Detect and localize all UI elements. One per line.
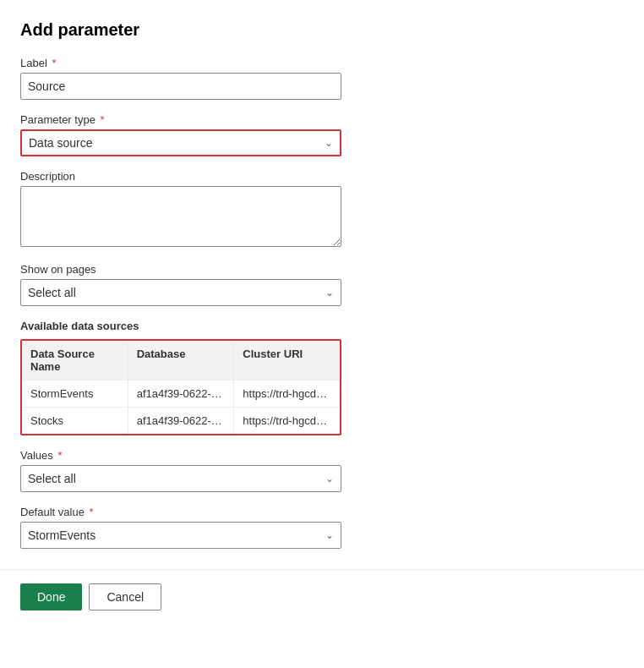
values-label: Values * bbox=[20, 449, 624, 462]
parameter-type-label: Parameter type * bbox=[20, 113, 624, 126]
cancel-button[interactable]: Cancel bbox=[89, 583, 161, 611]
show-on-pages-dropdown[interactable]: Select all ⌄ bbox=[20, 279, 341, 306]
row1-name: StormEvents bbox=[22, 381, 128, 407]
description-label: Description bbox=[20, 170, 624, 183]
table-row[interactable]: StormEvents af1a4f39-0622-43ad-8d24-50a.… bbox=[22, 381, 340, 408]
page-title: Add parameter bbox=[20, 20, 624, 40]
values-dropdown[interactable]: Select all ⌄ bbox=[20, 465, 341, 492]
parameter-type-group: Parameter type * Data source ⌄ bbox=[20, 113, 624, 156]
data-sources-table: Data Source Name Database Cluster URI St… bbox=[20, 339, 341, 435]
row2-name: Stocks bbox=[22, 408, 128, 434]
show-on-pages-label: Show on pages bbox=[20, 263, 624, 276]
parameter-type-value: Data source bbox=[29, 136, 92, 150]
col-header-name: Data Source Name bbox=[22, 341, 128, 380]
footer: Done Cancel bbox=[0, 569, 644, 624]
done-button[interactable]: Done bbox=[20, 583, 82, 611]
label-group: Label * bbox=[20, 57, 624, 100]
parameter-type-dropdown[interactable]: Data source ⌄ bbox=[20, 129, 341, 156]
col-header-cluster: Cluster URI bbox=[234, 341, 340, 380]
chevron-down-icon: ⌄ bbox=[325, 529, 334, 541]
description-textarea[interactable] bbox=[20, 186, 341, 247]
description-group: Description bbox=[20, 170, 624, 249]
show-on-pages-value: Select all bbox=[28, 286, 76, 299]
table-row[interactable]: Stocks af1a4f39-0622-43ad-8d24-50a... ht… bbox=[22, 408, 340, 434]
values-required-star: * bbox=[55, 449, 63, 462]
add-parameter-panel: Add parameter Label * Parameter type * D… bbox=[0, 0, 644, 549]
param-type-required-star: * bbox=[97, 113, 105, 126]
chevron-down-icon: ⌄ bbox=[325, 473, 334, 485]
available-data-sources-group: Available data sources Data Source Name … bbox=[20, 320, 624, 435]
row2-database: af1a4f39-0622-43ad-8d24-50a... bbox=[128, 408, 235, 434]
label-field-label: Label * bbox=[20, 57, 624, 69]
show-on-pages-group: Show on pages Select all ⌄ bbox=[20, 263, 624, 306]
default-value-label: Default value * bbox=[20, 506, 624, 518]
default-value-group: Default value * StormEvents ⌄ bbox=[20, 506, 624, 549]
default-value-value: StormEvents bbox=[28, 528, 96, 542]
label-required-star: * bbox=[49, 57, 57, 69]
label-input[interactable] bbox=[20, 73, 341, 100]
row2-cluster: https://trd-hgcdvdfrt8gq4t6dxc... bbox=[234, 408, 340, 434]
available-data-sources-label: Available data sources bbox=[20, 320, 624, 332]
default-value-dropdown[interactable]: StormEvents ⌄ bbox=[20, 522, 341, 549]
default-value-required-star: * bbox=[86, 506, 94, 518]
row1-cluster: https://trd-hgcdvdfrt8gq4t6dxc... bbox=[234, 381, 340, 407]
chevron-down-icon: ⌄ bbox=[325, 287, 334, 298]
col-header-database: Database bbox=[128, 341, 235, 380]
chevron-down-icon: ⌄ bbox=[325, 137, 333, 149]
row1-database: af1a4f39-0622-43ad-8d24-50a... bbox=[128, 381, 235, 407]
values-group: Values * Select all ⌄ bbox=[20, 449, 624, 492]
values-value: Select all bbox=[28, 472, 76, 485]
table-header-row: Data Source Name Database Cluster URI bbox=[22, 341, 340, 381]
